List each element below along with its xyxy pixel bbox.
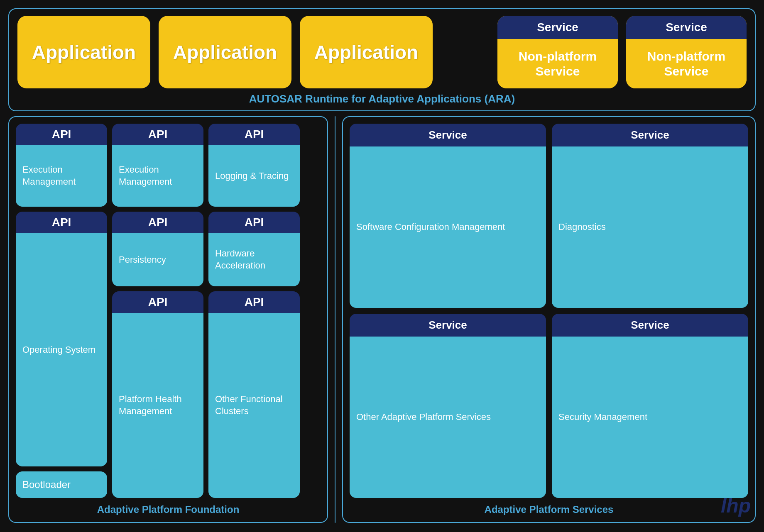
services-section: Service Software Configuration Managemen… — [342, 116, 756, 523]
bottom-section: API Execution Management API Operating S… — [8, 116, 756, 523]
api-exec-mgmt-1-body: Execution Management — [16, 145, 107, 207]
api-hw-accel-body: Hardware Acceleration — [208, 233, 300, 286]
svc-diagnostics-header: Service — [552, 124, 748, 146]
api-phm-body: Platform Health Management — [112, 313, 203, 498]
nonplatform-service-1: Service Non-platform Service — [497, 16, 618, 88]
app-label-3: Application — [314, 41, 418, 63]
svc-security-header: Service — [552, 314, 748, 337]
svc-security: Service Security Management — [552, 314, 748, 498]
svc-security-body: Security Management — [552, 337, 748, 498]
api-logging-header: API — [208, 124, 300, 145]
foundation-section: API Execution Management API Operating S… — [8, 116, 328, 523]
api-exec-mgmt-1: API Execution Management — [16, 124, 107, 207]
ara-services-group: Service Non-platform Service Service Non… — [497, 16, 747, 88]
api-logging: API Logging & Tracing — [208, 124, 300, 207]
app-label-1: Application — [32, 41, 136, 63]
api-exec-mgmt-2-body: Execution Management — [112, 145, 203, 207]
nonplatform-service-2: Service Non-platform Service — [626, 16, 747, 88]
foundation-col-3: API Logging & Tracing API Hardware Accel… — [208, 124, 300, 498]
app-label-2: Application — [173, 41, 277, 63]
api-persistency: API Persistency — [112, 212, 203, 286]
ara-label: AUTOSAR Runtime for Adaptive Application… — [17, 93, 747, 105]
svc-software-config-body: Software Configuration Management — [350, 146, 546, 308]
nonplatform-service-1-body: Non-platform Service — [497, 39, 618, 88]
app-box-2: Application — [159, 16, 291, 88]
svc-other-adaptive-header: Service — [350, 314, 546, 337]
svc-other-adaptive-body: Other Adaptive Platform Services — [350, 337, 546, 498]
api-os: API Operating System — [16, 212, 107, 466]
svc-diagnostics: Service Diagnostics — [552, 124, 748, 308]
svc-software-config-header: Service — [350, 124, 546, 146]
api-persistency-body: Persistency — [112, 233, 203, 286]
api-other-fc-body: Other Functional Clusters — [208, 313, 300, 498]
api-other-fc-header: API — [208, 291, 300, 313]
api-hw-accel-header: API — [208, 212, 300, 233]
svc-software-config: Service Software Configuration Managemen… — [350, 124, 546, 308]
app-box-1: Application — [17, 16, 150, 88]
ara-section: Application Application Application Serv… — [8, 8, 756, 111]
foundation-label: Adaptive Platform Foundation — [16, 502, 321, 515]
foundation-grid: API Execution Management API Operating S… — [16, 124, 321, 498]
vertical-divider — [335, 116, 335, 523]
lhp-logo: lhp — [721, 494, 751, 517]
api-logging-body: Logging & Tracing — [208, 145, 300, 207]
api-phm-header: API — [112, 291, 203, 313]
services-grid: Service Software Configuration Managemen… — [350, 124, 748, 498]
api-phm: API Platform Health Management — [112, 291, 203, 498]
ara-apps-row: Application Application Application Serv… — [17, 16, 747, 88]
bootloader-box: Bootloader — [16, 471, 107, 498]
foundation-col-2: API Execution Management API Persistency — [112, 124, 203, 498]
app-box-3: Application — [300, 16, 433, 88]
services-label: Adaptive Platform Services — [350, 502, 748, 515]
api-other-fc: API Other Functional Clusters — [208, 291, 300, 498]
svc-diagnostics-body: Diagnostics — [552, 146, 748, 308]
api-exec-mgmt-2: API Execution Management — [112, 124, 203, 207]
api-persistency-header: API — [112, 212, 203, 233]
nonplatform-service-2-body: Non-platform Service — [626, 39, 747, 88]
svc-other-adaptive: Service Other Adaptive Platform Services — [350, 314, 546, 498]
nonplatform-service-1-header: Service — [497, 16, 618, 39]
api-exec-mgmt-2-header: API — [112, 124, 203, 145]
api-hw-accel: API Hardware Acceleration — [208, 212, 300, 286]
api-os-header: API — [16, 212, 107, 233]
foundation-col-1: API Execution Management API Operating S… — [16, 124, 107, 498]
main-container: Application Application Application Serv… — [8, 8, 756, 523]
nonplatform-service-2-header: Service — [626, 16, 747, 39]
api-exec-mgmt-1-header: API — [16, 124, 107, 145]
api-os-body: Operating System — [16, 233, 107, 466]
